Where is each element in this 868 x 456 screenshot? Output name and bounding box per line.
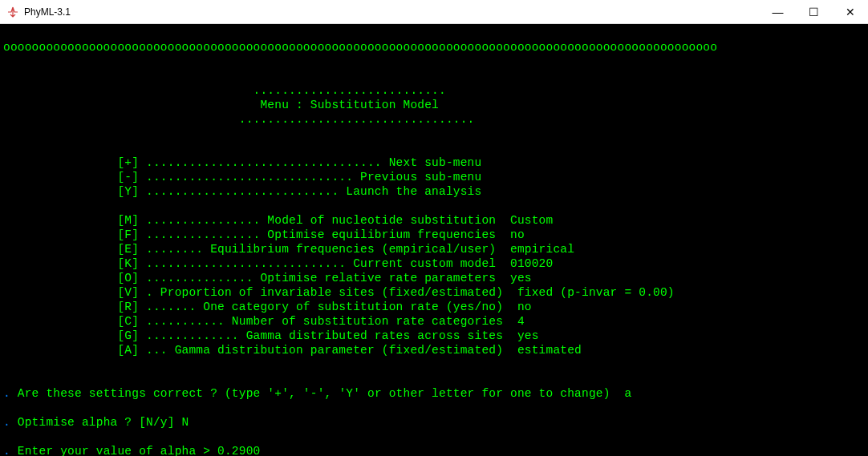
close-button[interactable]: ✕ bbox=[832, 0, 868, 23]
prompt-line: . Enter your value of alpha > 0.2900 bbox=[3, 444, 865, 456]
prompt-text: Are these settings correct ? (type '+', … bbox=[18, 387, 632, 400]
window-controls: — ☐ ✕ bbox=[760, 0, 868, 23]
prompt-dot-icon: . bbox=[3, 416, 18, 429]
window-titlebar: PhyML-3.1 — ☐ ✕ bbox=[0, 0, 868, 24]
maximize-button[interactable]: ☐ bbox=[796, 0, 832, 23]
prompt-line: . Are these settings correct ? (type '+'… bbox=[3, 386, 865, 401]
prompt-dot-icon: . bbox=[3, 445, 18, 456]
terminal-output[interactable]: oooooooooooooooooooooooooooooooooooooooo… bbox=[0, 24, 868, 456]
prompt-text: Optimise alpha ? [N/y] N bbox=[18, 416, 189, 429]
prompt-text: Enter your value of alpha > 0.2900 bbox=[18, 445, 261, 456]
minimize-button[interactable]: — bbox=[760, 0, 796, 23]
prompt-dot-icon: . bbox=[3, 387, 18, 400]
app-icon bbox=[6, 6, 19, 18]
window-title: PhyML-3.1 bbox=[24, 6, 760, 18]
prompt-line: . Optimise alpha ? [N/y] N bbox=[3, 415, 865, 430]
